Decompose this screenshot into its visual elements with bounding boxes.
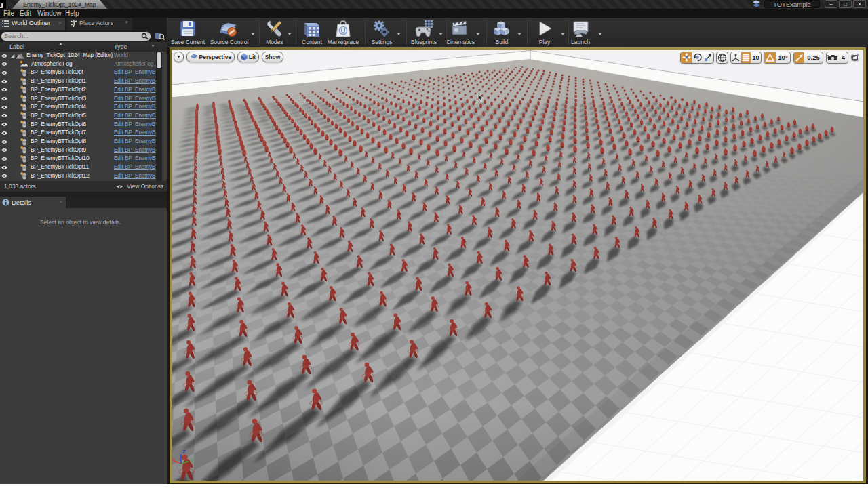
svg-text:Y: Y [190,458,194,464]
svg-text:X: X [172,457,176,463]
svg-text:Z: Z [182,449,186,455]
